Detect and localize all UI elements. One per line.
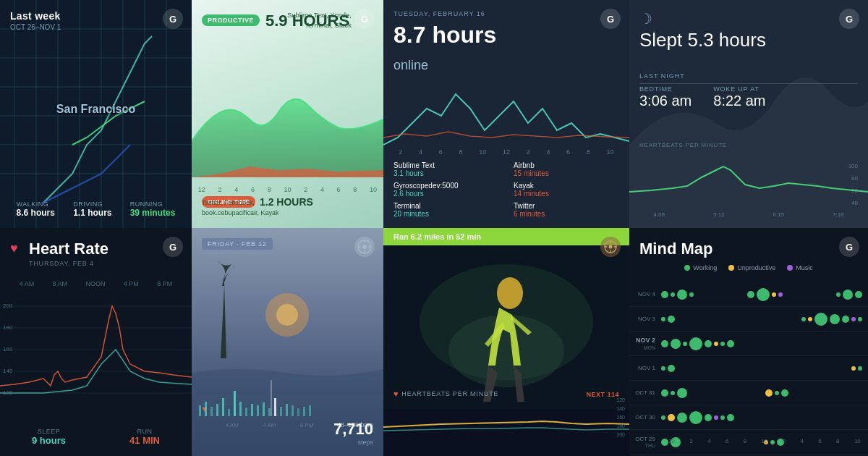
g-badge-run-photo xyxy=(354,237,375,257)
card-heart: ♥ Heart Rate THURSDAY, FEB 4 G 4 AM8 AMN… xyxy=(0,228,192,456)
map-walking-value: 8.6 hours xyxy=(17,208,55,218)
legend-dot-working xyxy=(684,265,690,271)
sleep-times: BEDTIME 3:06 am WOKE UP AT 8:22 am xyxy=(639,85,858,109)
mindmap-row-nov2: NOV 2MON xyxy=(629,332,868,356)
map-driving-value: 1.1 hours xyxy=(73,208,111,218)
map-title: Last week xyxy=(10,10,61,22)
run-steps-label: steps xyxy=(333,439,373,446)
map-running-value: 39 minutes xyxy=(130,208,176,218)
sleep-subtitle: LAST NIGHT xyxy=(639,72,685,80)
bedtime-label: BEDTIME xyxy=(639,85,692,93)
mindmap-title: Mind Map xyxy=(639,240,712,258)
svg-text:180: 180 xyxy=(3,324,13,331)
wakeup-value: 8:22 am xyxy=(713,93,765,109)
svg-rect-51 xyxy=(286,404,288,416)
online-date: TUESDAY, FEBRUARY 16 xyxy=(393,10,485,17)
svg-rect-53 xyxy=(297,408,299,416)
heart-stats: SLEEP 9 hours RUN 41 MIN xyxy=(0,428,192,446)
svg-rect-44 xyxy=(251,404,253,416)
mindmap-row-nov4: NOV 4 xyxy=(629,282,868,307)
mindmap-xaxis: 12246810246810 xyxy=(661,438,868,446)
svg-rect-42 xyxy=(239,402,242,416)
runner-hb-icon: ♥ xyxy=(393,389,399,398)
legend-unproductive: Unproductive xyxy=(728,264,775,271)
run-steps-value: 7,710 xyxy=(333,420,373,439)
svg-text:160: 160 xyxy=(3,346,13,352)
svg-rect-41 xyxy=(234,391,236,416)
mindmap-row-nov1: NOV 1 xyxy=(629,356,868,381)
sleep-xaxis: 4:095:126:157:18 xyxy=(629,211,868,218)
svg-point-30 xyxy=(362,245,367,249)
svg-rect-36 xyxy=(205,402,207,416)
activity-online-apps: Twitter, Facebook,book.cebupacificair, K… xyxy=(202,198,279,218)
card-map: Last week OCT 26–NOV 1 San Francisco G W… xyxy=(0,0,192,228)
svg-rect-46 xyxy=(263,402,265,416)
svg-rect-43 xyxy=(245,408,247,416)
svg-rect-38 xyxy=(216,404,218,416)
run-steps: 7,710 steps xyxy=(333,420,373,446)
runner-hb-label: ♥ HEARTBEATS PER MINUTE xyxy=(393,389,498,398)
legend-working: Working xyxy=(684,264,717,271)
heart-title: Heart Rate xyxy=(29,240,109,258)
online-xaxis: 24681012246810 xyxy=(383,148,629,156)
legend-label-unproductive: Unproductive xyxy=(737,264,775,271)
heart-icon: ♥ xyxy=(10,241,18,256)
map-stat-driving: DRIVING 1.1 hours xyxy=(73,200,111,218)
sleep-chart xyxy=(629,148,868,206)
map-stat-walking: WALKING 8.6 hours xyxy=(17,200,55,218)
runner-chart xyxy=(383,398,629,434)
card-online: TUESDAY, FEBRUARY 16 8.7 hours online G … xyxy=(383,0,629,228)
g-badge-activity: G xyxy=(354,9,375,29)
svg-text:120: 120 xyxy=(3,389,13,396)
g-badge-map: G xyxy=(163,9,183,29)
sleep-divider xyxy=(639,83,858,84)
map-city-label: San Francisco xyxy=(56,103,135,116)
activity-chart xyxy=(192,76,383,185)
svg-rect-54 xyxy=(303,407,305,416)
svg-text:140: 140 xyxy=(3,368,13,374)
online-chart xyxy=(383,72,629,152)
app-terminal: Terminal 20 minutes xyxy=(393,202,499,218)
mindmap-legend: Working Unproductive Music xyxy=(629,264,868,271)
heart-xaxis: 4 AM8 AMNOON4 PM8 PM xyxy=(0,280,192,287)
g-badge-online: G xyxy=(600,9,621,29)
svg-rect-47 xyxy=(268,408,271,416)
map-driving-label: DRIVING xyxy=(73,200,111,208)
card-mindmap: Mind Map G Working Unproductive Music NO… xyxy=(629,228,868,456)
svg-rect-35 xyxy=(199,405,201,416)
svg-rect-55 xyxy=(309,405,311,416)
wakeup-item: WOKE UP AT 8:22 am xyxy=(713,85,765,109)
g-badge-runner xyxy=(600,237,621,257)
app-gyroscope: Gyroscopedev:5000 2.6 hours xyxy=(393,182,499,198)
wakeup-label: WOKE UP AT xyxy=(713,85,765,93)
online-main-hours: 8.7 hours online xyxy=(393,22,496,75)
heart-date: THURSDAY, FEB 4 xyxy=(29,260,94,267)
activity-xaxis: 12246810246810 xyxy=(192,186,383,193)
g-badge-heart: G xyxy=(163,237,183,257)
card-runner: Ran 6.2 miles in 52 min xyxy=(383,228,629,456)
legend-dot-unproductive xyxy=(728,265,734,271)
run-heart-chart xyxy=(192,376,383,420)
svg-rect-50 xyxy=(280,407,282,416)
app-sublimetext: Sublime Text 3.1 hours xyxy=(393,161,499,177)
sleep-hb-label: HEARTBEATS PER MINUTE xyxy=(639,142,727,148)
runner-yaxis: 200180160140120 xyxy=(616,397,625,437)
map-walking-label: WALKING xyxy=(17,200,55,208)
run-date-badge: FRIDAY · FEB 12 xyxy=(202,238,273,250)
legend-music: Music xyxy=(787,264,813,271)
app-kayak: Kayak 14 minutes xyxy=(514,182,619,198)
g-badge-sleep: G xyxy=(839,9,859,29)
productive-badge: Productive xyxy=(202,14,260,26)
mindmap-row-oct31: OCT 31 xyxy=(629,381,868,405)
online-apps-list: Sublime Text 3.1 hours Airbnb 15 minutes… xyxy=(393,161,619,218)
svg-rect-40 xyxy=(228,409,230,416)
card-sleep: ☽ Slept 5.3 hours LAST NIGHT BEDTIME 3:0… xyxy=(629,0,868,228)
legend-label-music: Music xyxy=(796,264,813,271)
svg-rect-52 xyxy=(292,405,294,416)
app-twitter: Twitter 6 minutes xyxy=(514,202,619,218)
svg-rect-49 xyxy=(274,398,276,416)
svg-rect-37 xyxy=(210,407,213,416)
sleep-title: Slept 5.3 hours xyxy=(639,29,766,51)
mindmap-row-oct30: OCT 30 xyxy=(629,405,868,430)
run-xaxis: 4 AM4 AM8 PM xyxy=(213,422,326,428)
